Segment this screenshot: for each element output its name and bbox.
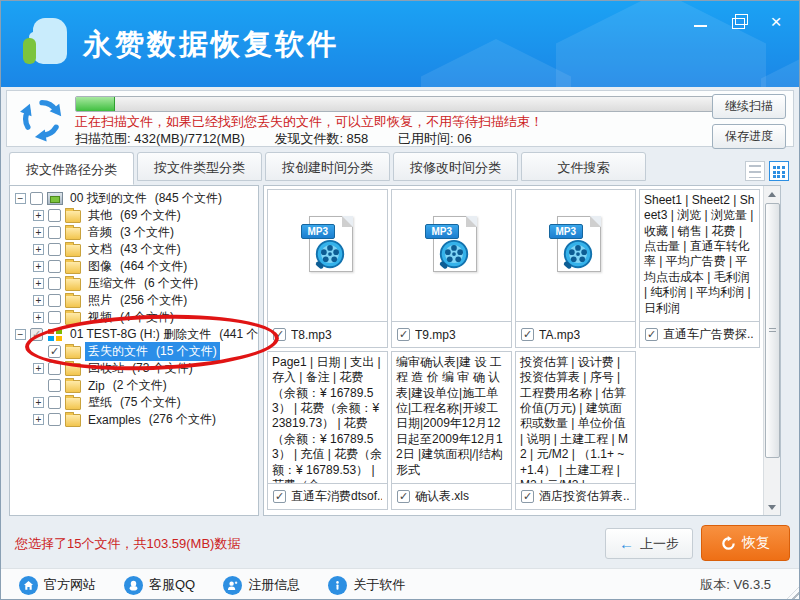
expander-icon[interactable]: + [33,210,44,221]
tab[interactable]: 按创建时间分类 [265,152,390,181]
tab[interactable]: 按文件路径分类 [9,152,134,185]
scroll-up-icon[interactable] [764,186,780,202]
tree-item[interactable]: +文档(43 个文件) [10,241,258,258]
recover-button[interactable]: 恢复 [701,525,790,561]
expander-icon[interactable]: + [33,278,44,289]
registration-info-link[interactable]: 注册信息 [223,576,300,595]
tree-item[interactable]: +音频(3 个文件) [10,224,258,241]
checkbox[interactable] [48,413,61,426]
checkbox[interactable] [48,379,61,392]
checkbox[interactable] [30,192,43,205]
folder-tree: −00 找到的文件(845 个文件)+其他(69 个文件)+音频(3 个文件)+… [9,185,259,516]
tree-item-label: 回收站 [88,360,124,377]
checkbox[interactable]: ✓ [397,490,410,503]
expander-icon[interactable]: + [33,312,44,323]
checkbox[interactable] [48,362,61,375]
tree-item-label: Examples [88,413,141,427]
file-name: 酒店投资估算表... [539,488,630,505]
list-view-icon[interactable] [745,161,765,181]
file-grid-panel: MP3✓T8.mp3MP3✓T9.mp3MP3✓TA.mp3Sheet1 | S… [263,185,781,516]
expander-icon[interactable]: + [33,261,44,272]
tree-item[interactable]: +视频(4 个文件) [10,309,258,326]
tree-item[interactable]: ✓丢失的文件(15 个文件) [10,343,258,360]
left-arrow-icon: ← [619,535,634,552]
tree-item[interactable]: +照片(256 个文件) [10,292,258,309]
tree-item[interactable]: +壁纸(75 个文件) [10,394,258,411]
folder-icon [65,380,81,393]
tree-item-label: 01 TEST-8G (H:) 删除文件 [70,326,211,343]
decorative-cube [761,56,800,87]
tree-item[interactable]: +Examples(276 个文件) [10,411,258,428]
film-reel-icon [561,238,595,272]
tree-item[interactable]: +回收站(73 个文件) [10,360,258,377]
tree-item-label: 图像 [88,258,112,275]
expander-icon[interactable]: + [33,414,44,425]
official-website-link[interactable]: 官方网站 [19,576,96,595]
scroll-down-icon[interactable] [764,499,780,515]
expander-icon[interactable]: − [15,329,26,340]
tree-item[interactable]: −✓01 TEST-8G (H:) 删除文件(441 个文件) [10,326,258,343]
checkbox[interactable] [48,277,61,290]
checkbox[interactable]: ✓ [30,328,43,341]
tab[interactable]: 文件搜索 [521,152,646,181]
checkbox[interactable]: ✓ [273,490,286,503]
scrollbar-thumb[interactable] [765,203,780,458]
expander-icon[interactable]: + [33,295,44,306]
file-name: T9.mp3 [415,328,456,342]
expander-icon[interactable]: + [33,227,44,238]
checkbox[interactable]: ✓ [48,345,61,358]
resize-grip[interactable] [787,587,799,599]
continue-scan-button[interactable]: 继续扫描 [712,94,786,119]
maximize-button[interactable] [727,10,749,32]
expander-icon[interactable]: − [15,193,26,204]
customer-service-qq-link[interactable]: 客服QQ [124,576,195,595]
vertical-scrollbar[interactable] [763,186,780,515]
about-software-link[interactable]: 关于软件 [328,576,405,595]
checkbox[interactable] [48,294,61,307]
tab[interactable]: 按修改时间分类 [393,152,518,181]
scan-progress-bar [75,96,717,112]
tree-item[interactable]: Zip(2 个文件) [10,377,258,394]
save-progress-button[interactable]: 保存进度 [712,124,786,149]
file-card[interactable]: MP3✓T8.mp3 [267,189,388,348]
minimize-button[interactable] [689,10,711,32]
checkbox[interactable]: ✓ [273,328,286,341]
expander-icon[interactable]: + [33,244,44,255]
tree-item-count: (43 个文件) [120,241,181,258]
file-card[interactable]: Sheet1 | Sheet2 | Sheet3 | 浏览 | 浏览量 | 收藏… [639,189,760,348]
expander-icon[interactable]: + [33,397,44,408]
checkbox[interactable] [48,260,61,273]
tree-item[interactable]: +其他(69 个文件) [10,207,258,224]
tree-item[interactable]: +压缩文件(6 个文件) [10,275,258,292]
tab[interactable]: 按文件类型分类 [137,152,262,181]
checkbox[interactable]: ✓ [521,328,534,341]
tree-item-label: 文档 [88,241,112,258]
checkbox[interactable]: ✓ [397,328,410,341]
checkbox[interactable] [48,226,61,239]
tree-item-label: 其他 [88,207,112,224]
folder-icon [65,414,81,427]
file-card[interactable]: MP3✓T9.mp3 [391,189,512,348]
back-button[interactable]: ← 上一步 [605,528,693,559]
register-icon [223,576,242,595]
tree-item-label: 壁纸 [88,394,112,411]
file-card[interactable]: Page1 | 日期 | 支出 | 存入 | 备注 | 花费（余额：¥ 1678… [267,351,388,510]
checkbox[interactable]: ✓ [521,490,534,503]
tree-item-label: 照片 [88,292,112,309]
file-card[interactable]: 投资估算 | 设计费 | 投资估算表 | 序号 | 工程费用名称 | 估算价值(… [515,351,636,510]
grid-view-icon[interactable] [769,161,789,181]
checkbox[interactable] [48,396,61,409]
file-card[interactable]: 编审确认表|建 设 工 程 造 价 编 审 确 认 表|建设单位|施工单位|工程… [391,351,512,510]
checkbox[interactable] [48,243,61,256]
checkbox[interactable]: ✓ [645,328,658,341]
film-reel-icon [437,238,471,272]
expander-icon[interactable]: + [33,363,44,374]
file-card[interactable]: MP3✓TA.mp3 [515,189,636,348]
film-reel-icon [313,238,347,272]
checkbox[interactable] [48,209,61,222]
close-button[interactable]: × [765,10,787,32]
tree-item[interactable]: −00 找到的文件(845 个文件) [10,190,258,207]
window-controls: × [689,9,787,33]
tree-item[interactable]: +图像(464 个文件) [10,258,258,275]
checkbox[interactable] [48,311,61,324]
